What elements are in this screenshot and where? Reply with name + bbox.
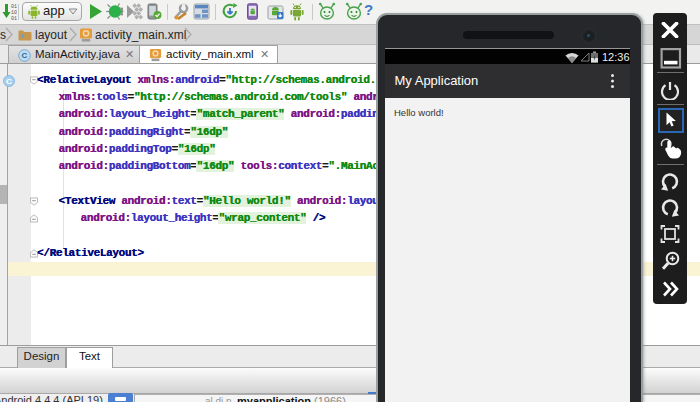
svg-text:C: C	[22, 51, 28, 60]
svg-text:C: C	[6, 77, 12, 86]
svg-text:01: 01	[11, 16, 17, 22]
